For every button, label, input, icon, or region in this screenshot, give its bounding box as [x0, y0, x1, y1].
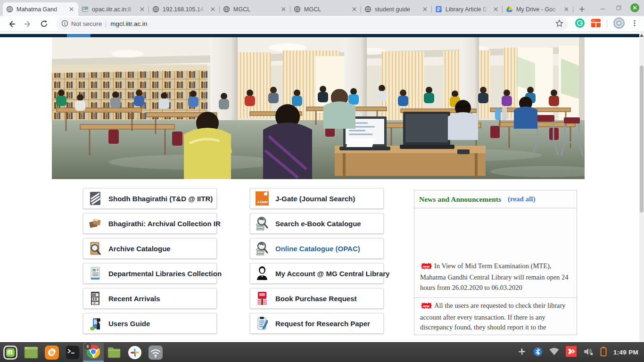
globe-favicon-icon — [364, 6, 372, 13]
users-guide-icon — [88, 315, 102, 331]
show-desktop-button[interactable] — [21, 343, 41, 362]
tab-student-guide[interactable]: student guide — [361, 2, 432, 16]
mint-menu-button[interactable] — [0, 343, 21, 362]
link-opac[interactable]: Online Catalogue (OPAC) — [250, 238, 384, 259]
window-controls — [598, 3, 639, 12]
link-search-ebook[interactable]: Search e-Book Catalogue — [250, 213, 384, 234]
menu-dots-icon[interactable] — [631, 19, 638, 29]
archive-box-icon — [88, 215, 102, 231]
chrome-window-count-badge: 6 — [84, 343, 91, 350]
tab-mgcl-1[interactable]: MGCL — [220, 2, 290, 16]
minimize-icon[interactable] — [598, 4, 607, 12]
link-departmental-libraries[interactable]: Departmental Libraries Collection — [83, 263, 217, 284]
globe-favicon-icon — [152, 6, 159, 13]
bookmark-star-icon[interactable] — [555, 19, 563, 29]
globe-favicon-icon — [294, 6, 301, 13]
news-header: News and Announcements (read all) — [414, 190, 577, 208]
link-research-paper[interactable]: Request for Research Paper — [250, 313, 384, 334]
forward-icon[interactable] — [22, 18, 34, 30]
link-jgate[interactable]: J-Gate J-Gate (Journal Search) — [250, 188, 384, 209]
network-tool-launcher[interactable] — [145, 343, 166, 362]
newspaper-icon — [88, 265, 102, 281]
tab-close-icon[interactable] — [138, 6, 146, 13]
news-text: In View of Mid Term Examination (MTE), M… — [420, 262, 568, 291]
account-user-icon — [255, 265, 269, 281]
library-photo — [52, 37, 585, 179]
thesis-icon — [88, 190, 102, 206]
drive-favicon-icon — [506, 6, 513, 13]
new-tab-button[interactable] — [573, 2, 591, 16]
tab-label: opac.iitr.ac.in:8 — [92, 6, 135, 13]
back-icon[interactable] — [6, 18, 18, 30]
omnibox-divider — [106, 21, 106, 27]
tab-label: Library Article D — [446, 6, 488, 13]
scroll-up-icon[interactable] — [639, 33, 644, 38]
extension-icons — [575, 17, 638, 31]
scrollbar-thumb[interactable] — [640, 66, 644, 213]
tab-label: MGCL — [233, 6, 276, 13]
site-nav-active-item[interactable] — [67, 34, 91, 37]
tab-close-icon[interactable] — [562, 6, 570, 13]
tab-close-icon[interactable] — [280, 6, 287, 13]
ebook-search-icon — [255, 215, 269, 231]
firefox-launcher[interactable] — [41, 343, 62, 362]
tab-opac[interactable]: opac.iitr.ac.in:8 — [78, 2, 149, 16]
link-my-account[interactable]: My Account @ MG Central Library — [250, 263, 384, 284]
anydesk-tray-icon[interactable] — [566, 346, 577, 359]
wifi-tray-icon[interactable] — [549, 348, 559, 357]
tab-close-icon[interactable] — [350, 6, 358, 13]
slack-tray-icon[interactable] — [517, 347, 527, 358]
tab-label: 192.168.105.14 — [163, 6, 206, 13]
news-item-1: newIn View of Mid Term Examination (MTE)… — [414, 208, 577, 298]
tab-my-drive[interactable]: My Drive - Goo — [503, 2, 573, 16]
tab-close-icon[interactable] — [421, 6, 429, 13]
address-bar[interactable]: Not secure mgcl.iitr.ac.in — [57, 17, 568, 31]
link-bhagirathi-archival[interactable]: Bhagirathi: Archival Collection IR — [83, 213, 217, 234]
file-manager-launcher[interactable] — [104, 343, 124, 362]
info-icon[interactable] — [61, 20, 68, 28]
svg-text:new: new — [423, 304, 430, 308]
tab-mahatma-gandhi-library[interactable]: Mahatma Gand — [3, 2, 78, 16]
link-book-purchase[interactable]: Book Purchase Request — [250, 288, 384, 309]
jgate-icon: J-Gate — [255, 190, 269, 206]
browser-toolbar: Not secure mgcl.iitr.ac.in — [0, 16, 644, 32]
link-shodh-bhagirathi[interactable]: Shodh Bhagirathi (T&D @ IITR) — [83, 188, 217, 209]
tab-close-icon[interactable] — [209, 6, 216, 13]
svg-text:J-Gate: J-Gate — [257, 200, 268, 204]
news-read-all-link[interactable]: (read all) — [508, 195, 535, 203]
profile-avatar[interactable] — [613, 17, 625, 31]
slack-launcher[interactable] — [124, 343, 145, 362]
link-archive-catalogue[interactable]: Archive Catalogue — [83, 238, 217, 259]
globe-favicon-icon — [6, 6, 13, 13]
restore-icon[interactable] — [614, 4, 623, 12]
refresh-icon[interactable] — [38, 18, 50, 30]
image-favicon-icon — [82, 6, 89, 13]
tab-library-article[interactable]: Library Article D — [432, 2, 503, 16]
browser-window: Mahatma Gand opac.iitr.ac.in:8 192.168.1… — [0, 0, 644, 362]
page-url: mgcl.iitr.ac.in — [110, 20, 147, 27]
tab-label: MGCL — [304, 6, 347, 13]
taskbar-launchers: 6 — [0, 343, 166, 362]
grammarly-extension-icon[interactable] — [575, 18, 585, 30]
bluetooth-tray-icon[interactable] — [533, 347, 543, 358]
close-icon[interactable] — [630, 3, 639, 12]
volume-muted-icon[interactable] — [583, 347, 594, 358]
tab-resize-extension-icon[interactable] — [591, 18, 601, 30]
link-users-guide[interactable]: Users Guide — [83, 313, 217, 334]
tab-close-icon[interactable] — [67, 6, 75, 13]
archive-catalogue-icon — [88, 240, 102, 256]
terminal-launcher[interactable] — [62, 343, 83, 362]
tab-close-icon[interactable] — [492, 6, 499, 13]
security-label: Not secure — [71, 20, 102, 27]
battery-tray-icon[interactable] — [600, 346, 607, 358]
chrome-taskbar-button[interactable]: 6 — [83, 343, 104, 362]
tab-ip-address[interactable]: 192.168.105.14 — [149, 2, 220, 16]
taskbar-clock[interactable]: 1:49 PM — [613, 349, 638, 356]
site-nav-bar[interactable] — [0, 34, 639, 37]
news-text: All the users are requested to check the… — [420, 302, 566, 331]
link-recent-arrivals[interactable]: Recent Arrivals — [83, 288, 217, 309]
svg-text:new: new — [423, 264, 430, 268]
page-scrollbar[interactable] — [639, 32, 644, 342]
tab-label: student guide — [375, 6, 418, 13]
tab-mgcl-2[interactable]: MGCL — [290, 2, 361, 16]
